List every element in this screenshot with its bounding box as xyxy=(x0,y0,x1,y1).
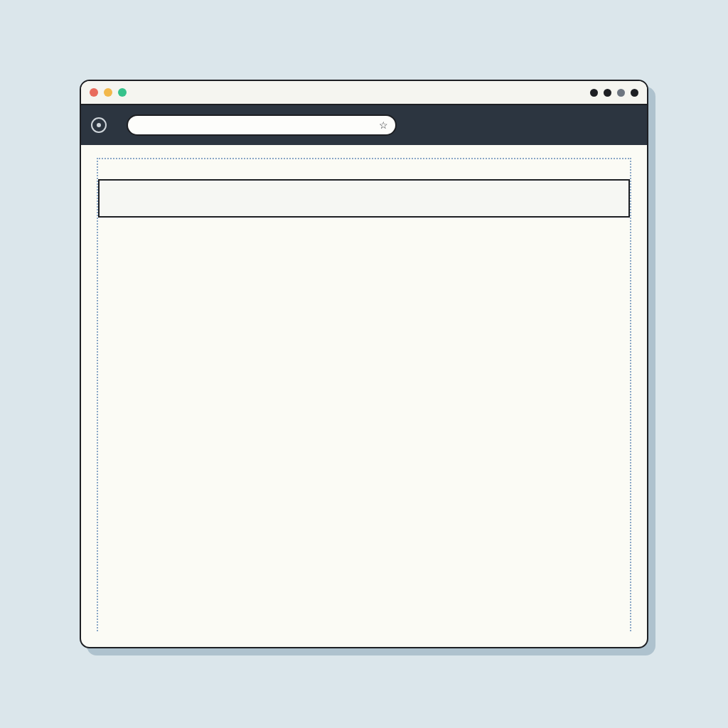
content-area xyxy=(81,145,647,647)
toolbar: ☆ xyxy=(81,105,647,145)
address-input[interactable] xyxy=(135,120,373,131)
target-icon[interactable] xyxy=(91,117,107,133)
data-grid xyxy=(98,179,630,218)
status-dot-icon xyxy=(631,89,638,97)
maximize-icon[interactable] xyxy=(118,88,127,97)
address-bar[interactable]: ☆ xyxy=(127,114,397,136)
bookmark-icon[interactable]: ☆ xyxy=(379,119,388,131)
app-window: ☆ xyxy=(80,80,648,648)
selection-outline xyxy=(97,158,631,631)
titlebar-right xyxy=(590,89,638,97)
status-dot-icon xyxy=(604,89,611,97)
status-dot-icon xyxy=(617,89,625,97)
close-icon[interactable] xyxy=(90,88,98,97)
minimize-icon[interactable] xyxy=(104,88,112,97)
status-dot-icon xyxy=(590,89,598,97)
spacer-row xyxy=(99,180,629,217)
window-controls xyxy=(90,88,127,97)
titlebar xyxy=(81,81,647,105)
